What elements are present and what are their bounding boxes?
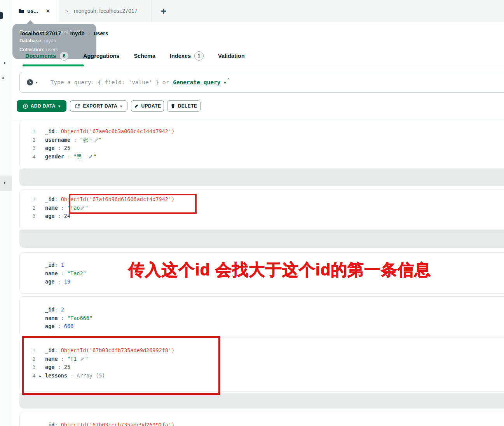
field-value-objectid: ObjectId('67b03cecb735ade9d26992fa') — [61, 422, 175, 426]
line-number: 4 — [20, 372, 35, 380]
line-number: 2 — [20, 136, 35, 144]
key-value-separator: : — [70, 137, 80, 143]
close-tab-icon[interactable]: ✕ — [46, 8, 50, 14]
key-value-separator: : — [54, 128, 61, 134]
document-field-row[interactable]: 3age : 25 — [20, 363, 504, 372]
breadcrumb: localhost:27017 › mydb › users — [12, 22, 504, 45]
field-value-string: "张三 — [80, 137, 93, 143]
button-label: UPDATE — [141, 103, 161, 109]
trash-icon — [171, 104, 175, 109]
document-field-row[interactable]: 1_id: ObjectId('67b03cdfb735ade9d26992f8… — [20, 346, 504, 355]
generate-query-link[interactable]: Generate query — [173, 79, 220, 85]
key-value-separator: : — [54, 306, 61, 313]
key-value-separator: : — [54, 347, 61, 353]
add-data-button[interactable]: ADD DATA ▾ — [17, 100, 66, 112]
field-value-string: "Tao666" — [67, 315, 92, 321]
tab-mongosh[interactable]: >_ mongosh: localhost:27017 — [59, 0, 152, 22]
tab-validation[interactable]: Validation — [218, 53, 245, 59]
workspace-tab-bar: us... ✕ >_ mongosh: localhost:27017 + — [12, 0, 504, 22]
plus-circle-icon — [23, 104, 28, 109]
breadcrumb-database[interactable]: mydb — [70, 30, 84, 37]
document-field-row[interactable]: age : 666 — [20, 322, 504, 331]
key-value-separator: : — [54, 422, 61, 426]
tab-label: mongosh: localhost:27017 — [74, 8, 137, 14]
chevron-down-icon: ▾ — [120, 104, 122, 108]
new-tab-button[interactable]: + — [157, 5, 170, 17]
terminal-icon: >_ — [65, 8, 70, 14]
expand-caret-icon[interactable]: ▸ — [35, 372, 45, 381]
button-label: ADD DATA — [31, 103, 56, 109]
chevron-down-icon: ▾ — [58, 104, 60, 108]
field-key: name — [45, 270, 58, 276]
document-field-row[interactable]: 1_id: ObjectId('67ae0c6b3a060c4c144d7942… — [20, 127, 504, 136]
export-data-button[interactable]: EXPORT DATA ▾ — [70, 100, 127, 112]
document-field-row[interactable]: 3age : 25 — [20, 144, 504, 153]
field-key: age — [45, 278, 54, 285]
document-field-row[interactable]: 4gender : "男 " — [20, 153, 504, 161]
collection-tabs: Documents 6 Aggregations Schema Indexes … — [12, 45, 504, 67]
field-key: age — [45, 213, 54, 219]
tab-indexes[interactable]: Indexes 1 — [170, 51, 204, 61]
field-value-array: Array (5) — [77, 372, 105, 379]
field-value-number: 25 — [64, 364, 70, 370]
toolbar-divider — [12, 119, 504, 119]
indexes-count-badge: 1 — [194, 51, 204, 61]
document-field-row[interactable]: 2username : "张三" — [20, 136, 504, 144]
document-field-row[interactable]: 2name : "T1 " — [20, 355, 504, 363]
annotation-text: 传入这个id 会找大于这个id的第一条信息 — [128, 261, 431, 279]
button-label: DELETE — [178, 103, 197, 109]
field-value-number: 19 — [64, 278, 70, 285]
query-history-clock-icon[interactable] — [26, 79, 33, 86]
document-field-row[interactable]: _id: 2 — [20, 306, 504, 314]
tab-documents[interactable]: Documents 6 — [25, 51, 69, 61]
field-value-number: 1 — [61, 262, 64, 268]
field-key: _id — [45, 196, 54, 202]
chevron-down-icon[interactable]: ▾ — [35, 80, 38, 85]
field-value-objectid: ObjectId('67ae0c6b3a060c4c144d7942') — [61, 128, 175, 134]
edit-field-icon[interactable] — [80, 357, 84, 361]
key-value-separator: : — [54, 323, 64, 329]
edit-field-icon[interactable] — [89, 155, 93, 159]
document-card: _id: ObjectId('67b03cecb735ade9d26992fa'… — [19, 412, 504, 426]
breadcrumb-collection[interactable]: users — [94, 30, 108, 37]
edit-field-icon[interactable] — [80, 206, 84, 210]
field-key: lessons — [45, 372, 67, 379]
tab-schema[interactable]: Schema — [134, 53, 155, 59]
document-field-row[interactable]: 3age : 24 — [20, 212, 504, 221]
field-value-string: "Tao2" — [67, 270, 86, 276]
query-input-placeholder[interactable]: Type a query: { field: 'value' } or — [51, 79, 169, 85]
sidebar-collapsed-strip[interactable] — [0, 0, 12, 426]
document-field-row[interactable]: 2name : "Tao" — [20, 204, 504, 212]
closing-quote: " — [85, 205, 88, 211]
field-value-string: "T1 — [67, 356, 80, 362]
field-key: _id — [45, 347, 54, 353]
field-value-objectid: ObjectId('67b03cdfb735ade9d26992f8') — [61, 347, 175, 353]
document-card: 1_id: ObjectId('67ae0c6b3a060c4c144d7942… — [19, 120, 504, 169]
document-field-row[interactable]: 4▸lessons : Array (5) — [20, 372, 504, 380]
delete-button[interactable]: DELETE — [167, 100, 201, 112]
query-bar[interactable]: ▾ Type a query: { field: 'value' } or Ge… — [19, 72, 504, 93]
key-value-separator: : — [58, 270, 67, 276]
document-field-row[interactable]: 1_id: ObjectId('67af6b96d61606adcf4d7942… — [20, 195, 504, 204]
field-value-number: 666 — [64, 323, 73, 329]
document-card-footer — [19, 169, 504, 186]
edit-field-icon[interactable] — [94, 138, 98, 142]
tab-aggregations[interactable]: Aggregations — [83, 53, 119, 59]
key-value-separator: : — [54, 213, 64, 219]
breadcrumb-connection[interactable]: localhost:27017 — [20, 30, 61, 37]
field-key: gender — [45, 153, 64, 160]
line-number: 1 — [20, 346, 35, 355]
tab-collection-users[interactable]: us... ✕ — [12, 0, 59, 22]
document-field-row[interactable]: _id: ObjectId('67b03cecb735ade9d26992fa'… — [20, 421, 504, 426]
field-value-string: "男 — [73, 153, 88, 160]
active-tab-underline — [23, 64, 84, 66]
sidebar-item-dot — [2, 77, 4, 79]
sidebar-active-row[interactable] — [0, 176, 12, 191]
chevron-right-icon: › — [88, 30, 90, 37]
key-value-separator: : — [54, 196, 61, 202]
field-value-string: "Tao — [67, 205, 80, 211]
tab-label: Documents — [25, 53, 56, 59]
document-field-row[interactable]: name : "Tao666" — [20, 314, 504, 323]
chevron-right-icon: › — [65, 30, 66, 37]
update-button[interactable]: UPDATE — [131, 100, 164, 112]
